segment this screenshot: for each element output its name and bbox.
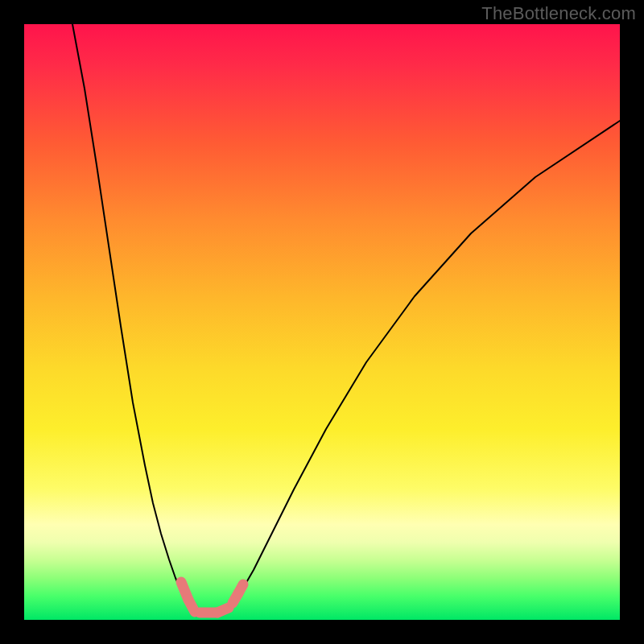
highlight-marker xyxy=(188,600,195,612)
watermark-text: TheBottleneck.com xyxy=(481,3,636,24)
highlight-marker xyxy=(217,608,229,613)
chart-frame: TheBottleneck.com xyxy=(0,0,644,644)
curve-layer xyxy=(24,24,620,620)
highlight-marker xyxy=(238,584,243,593)
plot-area xyxy=(24,24,620,620)
bottleneck-curve xyxy=(72,24,620,613)
